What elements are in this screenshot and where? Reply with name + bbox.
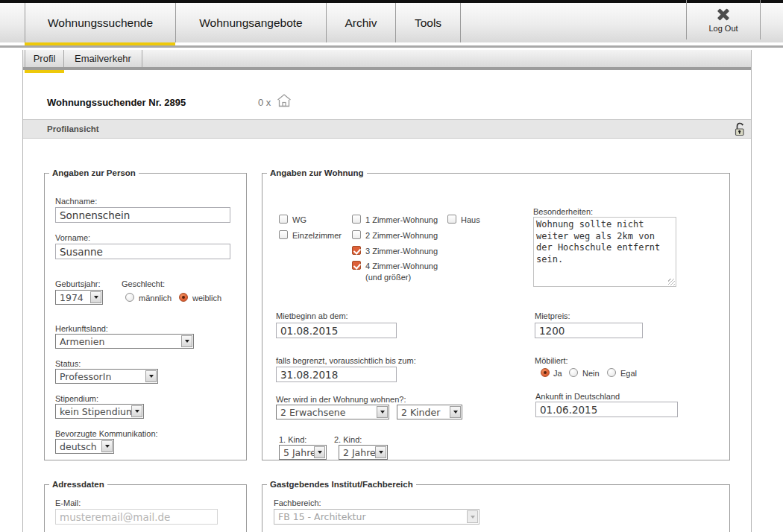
chevron-down-icon bbox=[131, 405, 142, 417]
chevron-down-icon bbox=[145, 370, 157, 382]
kommunikation-select[interactable]: deutsch bbox=[55, 439, 114, 454]
status-value: ProfessorIn bbox=[60, 370, 145, 383]
geschlecht-label: Geschlecht: bbox=[122, 279, 165, 288]
fachbereich-value: FB 15 - Architektur bbox=[278, 510, 467, 523]
bewohner-label: Wer wird in der Wohnung wohnen?: bbox=[276, 395, 406, 404]
checkbox-einzelzimmer[interactable] bbox=[279, 230, 288, 239]
checkbox-haus-label: Haus bbox=[461, 215, 480, 224]
kind1-label: 1. Kind: bbox=[279, 435, 306, 444]
house-icon bbox=[277, 94, 292, 110]
checkbox-4-zimmer[interactable] bbox=[352, 261, 361, 270]
kind1-value: 5 Jahre bbox=[283, 446, 314, 459]
radio-moebliert-egal[interactable] bbox=[607, 368, 616, 377]
status-select[interactable]: ProfessorIn bbox=[55, 369, 158, 384]
radio-weiblich[interactable] bbox=[179, 293, 188, 302]
checkbox-2-zimmer[interactable] bbox=[352, 230, 361, 239]
herkunftsland-value: Armenien bbox=[60, 335, 181, 348]
stipendium-value: kein Stipendium bbox=[60, 405, 131, 418]
vorname-input[interactable] bbox=[55, 244, 230, 259]
fieldset-institut: Gastgebendes Institut/Fachbereich Fachbe… bbox=[262, 480, 730, 532]
profilansicht-bar: Profilansicht bbox=[23, 119, 752, 139]
subtab-bar: Profil Emailverkehr bbox=[23, 50, 752, 67]
fieldset-wohnung: Angaben zur Wohnung WG Einzelzimmer 1 Zi… bbox=[262, 168, 730, 460]
fieldset-institut-legend: Gastgebendes Institut/Fachbereich bbox=[267, 480, 416, 489]
radio-maennlich-label: männlich bbox=[139, 294, 172, 303]
ankunft-input[interactable] bbox=[535, 402, 678, 417]
vorname-label: Vorname: bbox=[55, 233, 90, 242]
fieldset-adresse: Adressdaten E-Mail: Telefon: bbox=[44, 480, 247, 532]
kind2-label: 2. Kind: bbox=[334, 435, 362, 444]
checkbox-4-zimmer-sublabel: (und größer) bbox=[365, 273, 411, 282]
radio-moebliert-ja[interactable] bbox=[541, 368, 550, 377]
chevron-down-icon bbox=[181, 335, 192, 347]
stipendium-label: Stipendium: bbox=[55, 394, 98, 403]
geburtsjahr-select[interactable]: 1974 bbox=[55, 290, 103, 305]
fieldset-person-legend: Angaben zur Person bbox=[49, 168, 139, 177]
checkbox-4-zimmer-label: 4 Zimmer-Wohnung bbox=[365, 262, 438, 270]
chevron-down-icon bbox=[314, 446, 325, 458]
tab-emailverkehr[interactable]: Emailverkehr bbox=[64, 50, 142, 67]
erwachsene-select[interactable]: 2 Erwachsene bbox=[276, 405, 389, 419]
match-count: 0 x bbox=[258, 97, 271, 108]
kind2-select[interactable]: 2 Jahre bbox=[339, 445, 388, 460]
chevron-down-icon bbox=[375, 446, 386, 458]
nav-tab-label: Tools bbox=[415, 16, 441, 30]
stipendium-select[interactable]: kein Stipendium bbox=[55, 404, 144, 419]
kommunikation-label: Bevorzugte Kommunikation: bbox=[55, 429, 158, 438]
page-title: Wohnungssuchender Nr. 2895 bbox=[47, 97, 186, 108]
herkunftsland-label: Herkunftsland: bbox=[55, 324, 108, 333]
nav-tab-tools[interactable]: Tools bbox=[395, 3, 461, 42]
radio-moebliert-ja-label: Ja bbox=[553, 369, 562, 378]
herkunftsland-select[interactable]: Armenien bbox=[55, 334, 194, 349]
fachbereich-label: Fachbereich: bbox=[274, 498, 321, 507]
radio-weiblich-label: weiblich bbox=[192, 294, 221, 303]
mietpreis-input[interactable] bbox=[535, 323, 643, 338]
fieldset-person: Angaben zur Person Nachname: Vorname: Ge… bbox=[44, 168, 247, 460]
fieldset-wohnung-legend: Angaben zur Wohnung bbox=[267, 168, 367, 177]
mietpreis-label: Mietpreis: bbox=[535, 311, 570, 320]
profilansicht-label: Profilansicht bbox=[47, 124, 99, 133]
nav-tab-wohnungssuchende[interactable]: Wohnungssuchende bbox=[25, 3, 175, 42]
geburtsjahr-value: 1974 bbox=[60, 291, 90, 304]
main-nav: Wohnungssuchende Wohnungsangebote Archiv… bbox=[0, 3, 783, 42]
chevron-down-icon bbox=[377, 406, 388, 418]
email-label: E-Mail: bbox=[55, 498, 81, 507]
logout-label: Log Out bbox=[708, 24, 738, 33]
logout-button[interactable]: Log Out bbox=[686, 0, 761, 39]
checkbox-3-zimmer[interactable] bbox=[352, 246, 361, 255]
nachname-label: Nachname: bbox=[55, 197, 97, 206]
mietbeginn-input[interactable] bbox=[276, 323, 397, 338]
radio-maennlich[interactable] bbox=[125, 293, 134, 302]
radio-moebliert-egal-label: Egal bbox=[620, 369, 637, 378]
checkbox-haus[interactable] bbox=[447, 215, 456, 224]
chevron-down-icon bbox=[90, 291, 101, 303]
nachname-input[interactable] bbox=[55, 207, 230, 223]
kinder-select[interactable]: 2 Kinder bbox=[397, 405, 462, 419]
besonderheiten-textarea[interactable]: Wohnung sollte nicht weiter weg als 2km … bbox=[533, 217, 676, 287]
tab-profil[interactable]: Profil bbox=[25, 50, 64, 67]
nav-tab-label: Wohnungssuchende bbox=[48, 16, 153, 30]
besonderheiten-label: Besonderheiten: bbox=[533, 207, 593, 216]
ankunft-label: Ankunft in Deutschland bbox=[535, 392, 620, 401]
radio-moebliert-nein[interactable] bbox=[569, 368, 578, 377]
mietbeginn-label: Mietbeginn ab dem: bbox=[276, 311, 348, 320]
email-input[interactable] bbox=[55, 509, 218, 525]
tab-emailverkehr-label: Emailverkehr bbox=[75, 53, 131, 64]
nav-divider bbox=[0, 45, 783, 48]
unlocked-padlock-icon[interactable] bbox=[734, 121, 746, 140]
chevron-down-icon bbox=[101, 440, 113, 452]
nav-tab-wohnungsangebote[interactable]: Wohnungsangebote bbox=[175, 3, 326, 42]
content-container: Profil Emailverkehr Wohnungssuchender Nr… bbox=[22, 50, 752, 532]
nav-tab-label: Wohnungsangebote bbox=[199, 16, 302, 30]
checkbox-wg-label: WG bbox=[292, 215, 306, 224]
nav-tab-archiv[interactable]: Archiv bbox=[326, 3, 395, 42]
close-icon bbox=[717, 7, 730, 21]
kind2-value: 2 Jahre bbox=[343, 446, 375, 459]
textarea-resize-grip[interactable] bbox=[668, 279, 675, 285]
checkbox-wg[interactable] bbox=[279, 215, 288, 224]
befristung-input[interactable] bbox=[276, 367, 397, 382]
kind1-select[interactable]: 5 Jahre bbox=[279, 445, 327, 460]
erwachsene-value: 2 Erwachsene bbox=[280, 406, 377, 419]
checkbox-1-zimmer[interactable] bbox=[352, 215, 361, 224]
fachbereich-select[interactable]: FB 15 - Architektur bbox=[274, 509, 479, 525]
